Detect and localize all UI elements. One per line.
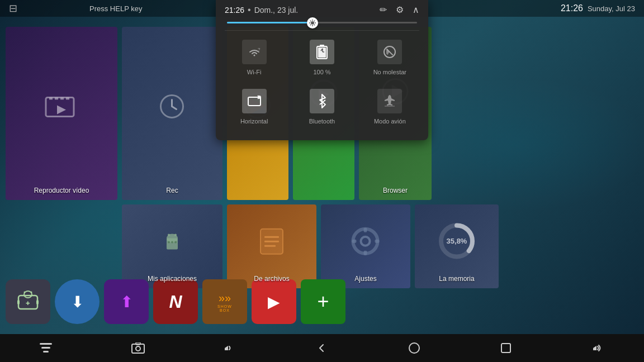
video-tile-label: Reproductor vídeo <box>34 187 89 194</box>
edit-icon[interactable]: ✏ <box>380 4 387 15</box>
tile-mis-apps[interactable]: Mis aplicaciones <box>122 204 222 288</box>
svg-point-42 <box>311 21 314 25</box>
top-date: Sunday, Jul 23 <box>588 4 635 13</box>
notif-date: Dom., 23 jul. <box>254 6 299 15</box>
taskbar-top-right: 21:26 Sunday, Jul 23 <box>561 3 635 13</box>
svg-point-26 <box>353 229 378 254</box>
collapse-icon[interactable]: ∧ <box>413 4 419 15</box>
home-button[interactable] <box>403 337 425 359</box>
svg-rect-53 <box>320 45 324 47</box>
svg-point-38 <box>31 292 32 293</box>
small-app-helper[interactable]: ✚ <box>6 279 50 324</box>
svg-point-37 <box>24 292 26 293</box>
horizontal-icon-circle <box>242 89 267 113</box>
screen-icon: ⊟ <box>9 2 17 15</box>
tile-recent[interactable]: Rec <box>122 27 222 200</box>
svg-rect-25 <box>264 245 276 247</box>
small-app-showbox[interactable]: »» SHOW BOX <box>202 279 247 324</box>
toggle-battery[interactable]: 100 % <box>288 33 356 82</box>
toggle-bluetooth[interactable]: Bluetooth <box>288 82 356 131</box>
showbox-content: »» SHOW BOX <box>217 292 232 312</box>
svg-rect-63 <box>40 343 52 345</box>
svg-point-18 <box>174 234 177 236</box>
small-app-netflix[interactable]: N <box>153 279 198 324</box>
battery-icon-circle <box>310 40 334 64</box>
svg-point-27 <box>361 237 370 246</box>
svg-marker-69 <box>225 346 228 350</box>
battery-label: 100 % <box>313 69 330 75</box>
toggle-dnd[interactable]: No molestar <box>356 33 424 82</box>
archivos-label: De archivos <box>254 275 289 283</box>
dnd-label: No molestar <box>373 69 406 75</box>
add-icon: + <box>317 290 329 313</box>
volume-down-button[interactable] <box>219 337 241 359</box>
tile-ajustes[interactable]: Ajustes <box>321 204 410 288</box>
notif-time: 21:26 <box>225 6 244 15</box>
svg-rect-31 <box>375 240 380 243</box>
bluetooth-icon-circle <box>310 89 334 113</box>
tile-archivos[interactable]: De archivos <box>227 204 316 288</box>
memoria-icon: 35,8% <box>437 221 476 266</box>
horizontal-label: Horizontal <box>240 118 268 125</box>
bluetooth-label: Bluetooth <box>309 118 335 125</box>
back-button[interactable] <box>311 337 333 359</box>
small-app-purple[interactable]: ⬆ <box>104 279 149 324</box>
svg-point-70 <box>409 343 419 353</box>
youtube-icon: ▶ <box>268 293 280 311</box>
browser-tile-label: Browser <box>383 187 408 194</box>
toggle-airplane[interactable]: Modo avión <box>356 82 424 131</box>
mis-apps-label: Mis aplicaciones <box>148 275 197 283</box>
toggles-grid: ? Wi-Fi 100 % <box>216 33 428 131</box>
svg-line-48 <box>314 24 315 25</box>
small-app-download[interactable]: ⬇ <box>55 279 100 324</box>
svg-rect-71 <box>501 344 510 353</box>
recent-tile-icon <box>157 91 188 128</box>
ajustes-label: Ajustes <box>354 275 376 283</box>
notif-time-area: 21:26 • Dom., 23 jul. <box>225 5 298 15</box>
svg-text:?: ? <box>258 47 261 52</box>
screenshot-button[interactable] <box>127 337 149 359</box>
svg-rect-16 <box>167 239 178 250</box>
mis-apps-icon <box>158 228 186 261</box>
settings-icon[interactable]: ⚙ <box>396 4 404 15</box>
svg-point-17 <box>168 234 170 236</box>
svg-rect-24 <box>264 241 279 242</box>
svg-line-50 <box>310 24 311 25</box>
toggle-wifi[interactable]: ? Wi-Fi <box>220 33 288 82</box>
brightness-slider[interactable] <box>227 22 417 23</box>
recents-button[interactable] <box>495 337 517 359</box>
toggle-horizontal[interactable]: Horizontal <box>220 82 288 131</box>
notification-panel: 21:26 • Dom., 23 jul. ✏ ⚙ ∧ <box>216 0 428 140</box>
small-app-youtube[interactable]: ▶ <box>252 279 296 324</box>
wifi-icon-circle: ? <box>242 40 267 64</box>
taskbar-bottom <box>0 334 644 362</box>
tile-video[interactable]: Reproductor vídeo <box>6 27 117 200</box>
menu-button[interactable] <box>35 337 57 359</box>
svg-point-20 <box>171 241 173 244</box>
ajustes-icon <box>351 226 381 263</box>
airplane-label: Modo avión <box>374 118 406 125</box>
small-apps-row: ✚ ⬇ ⬆ N »» SHOW BOX ▶ + <box>6 279 345 324</box>
taskbar-top-left: ⊟ Press HELP key <box>9 2 17 15</box>
brightness-thumb[interactable] <box>307 17 318 28</box>
brightness-row <box>216 20 428 30</box>
svg-rect-2 <box>55 97 58 99</box>
svg-line-47 <box>310 20 311 21</box>
svg-marker-72 <box>593 346 596 350</box>
notif-header-icons: ✏ ⚙ ∧ <box>380 4 419 15</box>
notif-header: 21:26 • Dom., 23 jul. ✏ ⚙ ∧ <box>216 0 428 20</box>
tile-memoria[interactable]: 35,8% La memoria <box>415 204 499 288</box>
small-app-add[interactable]: + <box>301 279 345 324</box>
svg-rect-39 <box>17 300 20 304</box>
panel-divider <box>225 30 419 31</box>
svg-rect-65 <box>43 351 49 353</box>
volume-up-button[interactable] <box>587 337 609 359</box>
top-clock: 21:26 <box>561 3 583 13</box>
svg-rect-29 <box>364 251 367 255</box>
svg-rect-4 <box>66 97 69 99</box>
download-icon: ⬇ <box>71 293 84 311</box>
svg-text:✚: ✚ <box>26 301 30 306</box>
svg-text:35,8%: 35,8% <box>447 237 467 245</box>
wifi-label: Wi-Fi <box>247 69 262 75</box>
recent-tile-label: Rec <box>166 187 178 194</box>
